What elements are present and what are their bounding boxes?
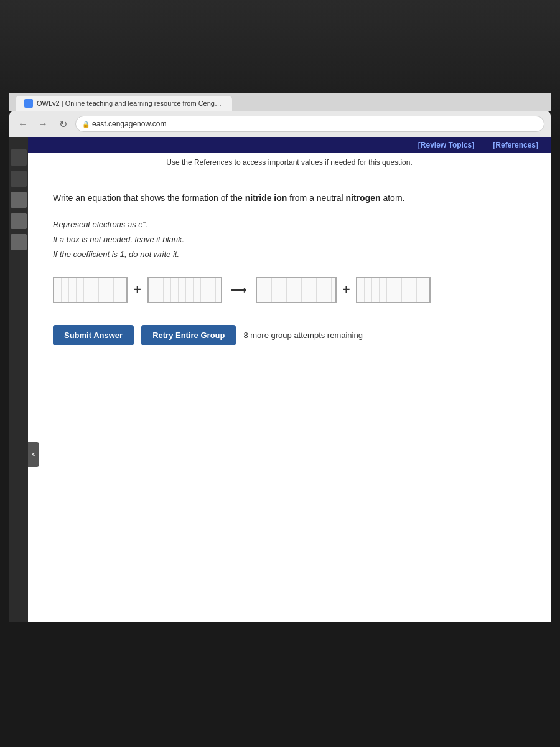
question-area: Write an equation that shows the formati… (28, 172, 551, 364)
bottom-background (0, 622, 560, 747)
retry-entire-group-button[interactable]: Retry Entire Group (141, 325, 236, 345)
content-toolbar: [Review Topics] [References] (28, 137, 551, 153)
collapse-icon: < (31, 450, 35, 459)
nav-item-1[interactable] (11, 149, 27, 166)
nav-item-2[interactable] (11, 171, 27, 187)
tab-label: OWLv2 | Online teaching and learning res… (37, 100, 223, 107)
references-link[interactable]: [References] (493, 141, 538, 149)
refresh-button[interactable]: ↻ (55, 116, 70, 131)
nav-item-4[interactable] (11, 213, 27, 229)
question-text: Write an equation that shows the formati… (53, 191, 526, 205)
instruction-2: If a box is not needed, leave it blank. (53, 232, 526, 247)
equation-input-3[interactable] (256, 277, 337, 303)
equation-input-2[interactable] (147, 277, 222, 303)
nitrogen-term: nitrogen (346, 193, 381, 203)
tab-favicon (24, 99, 33, 108)
nav-item-5[interactable] (11, 234, 27, 250)
submit-answer-button[interactable]: Submit Answer (53, 325, 134, 345)
attempts-remaining-text: 8 more group attempts remaining (243, 331, 362, 340)
lock-icon: 🔒 (82, 121, 90, 128)
plus-sign-1: + (134, 283, 141, 297)
equation-row: + ⟶ + (53, 277, 526, 303)
address-text: east.cengagenow.com (92, 120, 166, 128)
equation-input-1[interactable] (53, 277, 128, 303)
instruction-1: Represent electrons as e−. (53, 217, 526, 232)
arrow-sign: ⟶ (231, 283, 247, 297)
equation-input-4[interactable] (356, 277, 431, 303)
references-notice: Use the References to access important v… (28, 153, 551, 172)
plus-sign-2: + (343, 283, 350, 297)
question-text-before: Write an equation that shows the formati… (53, 193, 245, 203)
review-topics-link[interactable]: [Review Topics] (418, 141, 474, 149)
buttons-row: Submit Answer Retry Entire Group 8 more … (53, 325, 526, 345)
references-notice-text: Use the References to access important v… (166, 158, 413, 167)
instruction-3: If the coefficient is 1, do not write it… (53, 247, 526, 261)
forward-button[interactable]: → (35, 116, 50, 131)
nitride-ion-term: nitride ion (245, 193, 287, 203)
address-bar[interactable]: 🔒 east.cengagenow.com (75, 116, 544, 132)
browser-tab[interactable]: OWLv2 | Online teaching and learning res… (16, 96, 232, 111)
question-text-after: atom. (381, 193, 405, 203)
back-button[interactable]: ← (16, 116, 30, 131)
instructions: Represent electrons as e−. If a box is n… (53, 217, 526, 261)
sidebar-collapse-button[interactable]: < (28, 442, 39, 467)
nav-item-3[interactable] (11, 192, 27, 208)
question-text-middle: from a neutral (287, 193, 345, 203)
